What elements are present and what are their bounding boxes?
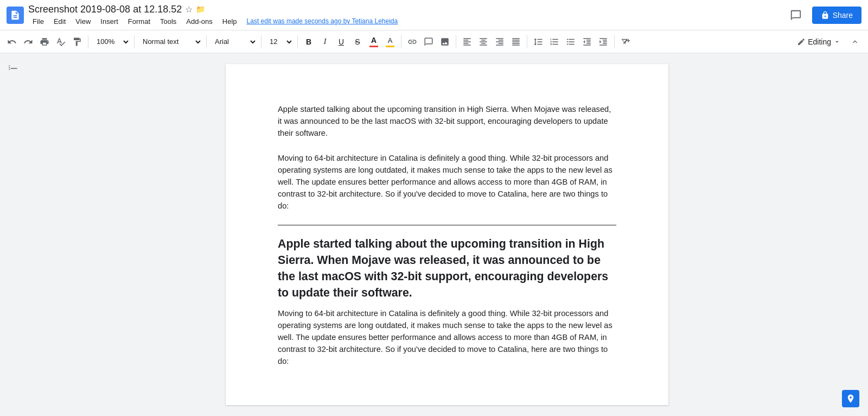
- underline-button[interactable]: U: [334, 33, 349, 51]
- bottom-right-action[interactable]: [842, 390, 859, 407]
- divider-3: [206, 35, 207, 48]
- editing-label: Editing: [808, 37, 831, 46]
- menu-help[interactable]: Help: [218, 16, 241, 27]
- menu-tools[interactable]: Tools: [156, 16, 181, 27]
- bold-button[interactable]: B: [301, 33, 316, 51]
- spellcheck-button[interactable]: [53, 33, 68, 51]
- text-color-button[interactable]: A: [366, 33, 381, 51]
- insert-comment-button[interactable]: [421, 33, 436, 51]
- font-size-select[interactable]: 12: [265, 33, 294, 51]
- divider-6: [401, 35, 401, 48]
- align-center-button[interactable]: [476, 33, 491, 51]
- share-button[interactable]: Share: [812, 7, 861, 24]
- menu-addons[interactable]: Add-ons: [182, 16, 216, 27]
- doc-title[interactable]: Screenshot 2019-08-08 at 12.18.52: [28, 4, 182, 15]
- link-button[interactable]: [405, 33, 420, 51]
- line-spacing-button[interactable]: [531, 33, 546, 51]
- justify-button[interactable]: [508, 33, 524, 51]
- numbered-list-button[interactable]: [547, 33, 562, 51]
- menu-bar: File Edit View Insert Format Tools Add-o…: [28, 16, 782, 27]
- strikethrough-button[interactable]: S: [350, 33, 365, 51]
- left-sidebar: [0, 53, 26, 416]
- menu-format[interactable]: Format: [124, 16, 155, 27]
- divider-9: [614, 35, 615, 48]
- divider-4: [261, 35, 261, 48]
- style-select[interactable]: Normal text: [138, 33, 203, 51]
- main-area: Apple started talking about the upcoming…: [0, 53, 868, 416]
- menu-insert[interactable]: Insert: [96, 16, 123, 27]
- highlight-button[interactable]: A: [382, 33, 398, 51]
- doc-icon[interactable]: [7, 7, 24, 24]
- divider-8: [527, 35, 527, 48]
- divider-1: [88, 35, 88, 48]
- print-button[interactable]: [37, 33, 52, 51]
- menu-edit[interactable]: Edit: [49, 16, 70, 27]
- heading-1[interactable]: Apple started talking about the upcoming…: [278, 236, 616, 301]
- paragraph-1[interactable]: Apple started talking about the upcoming…: [278, 103, 616, 139]
- share-label: Share: [833, 11, 853, 20]
- paint-format-button[interactable]: [69, 33, 85, 51]
- font-select[interactable]: Arial: [210, 33, 258, 51]
- italic-button[interactable]: I: [317, 33, 333, 51]
- last-edit-status[interactable]: Last edit was made seconds ago by Tetian…: [247, 17, 398, 25]
- undo-button[interactable]: [4, 33, 20, 51]
- align-left-button[interactable]: [459, 33, 475, 51]
- divider-2: [134, 35, 135, 48]
- bulleted-list-button[interactable]: [563, 33, 578, 51]
- editing-mode-button[interactable]: Editing: [793, 33, 845, 51]
- document-page[interactable]: Apple started talking about the upcoming…: [226, 64, 668, 405]
- document-area[interactable]: Apple started talking about the upcoming…: [26, 53, 868, 416]
- top-right: Share: [786, 5, 861, 25]
- zoom-select[interactable]: 100%: [92, 33, 131, 51]
- toolbar: 100% Normal text Arial 12 B I U S A A: [0, 30, 868, 53]
- redo-button[interactable]: [21, 33, 36, 51]
- increase-indent-button[interactable]: [596, 33, 611, 51]
- paragraph-3[interactable]: Moving to 64-bit architecture in Catalin…: [278, 307, 616, 367]
- insert-image-button[interactable]: [437, 33, 452, 51]
- decrease-indent-button[interactable]: [579, 33, 595, 51]
- comment-button[interactable]: [786, 5, 806, 25]
- divider-7: [456, 35, 456, 48]
- horizontal-rule: [278, 225, 616, 225]
- title-area: Screenshot 2019-08-08 at 12.18.52 ☆ 📁 Fi…: [28, 4, 782, 27]
- menu-file[interactable]: File: [28, 16, 48, 27]
- outline-button[interactable]: [4, 60, 22, 77]
- menu-view[interactable]: View: [71, 16, 95, 27]
- paragraph-2[interactable]: Moving to 64-bit architecture in Catalin…: [278, 152, 616, 212]
- collapse-toolbar-button[interactable]: [846, 33, 864, 51]
- divider-5: [297, 35, 298, 48]
- star-icon[interactable]: ☆: [185, 4, 193, 15]
- top-bar: Screenshot 2019-08-08 at 12.18.52 ☆ 📁 Fi…: [0, 0, 868, 30]
- align-right-button[interactable]: [492, 33, 507, 51]
- folder-icon[interactable]: 📁: [196, 5, 205, 14]
- clear-format-button[interactable]: [618, 33, 633, 51]
